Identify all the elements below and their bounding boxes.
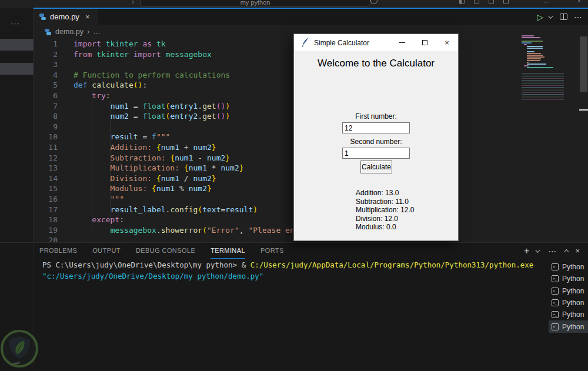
terminal-list-item[interactable]: >_Python <box>549 309 588 320</box>
calculator-title-bar[interactable]: Simple Calculator × <box>294 34 458 51</box>
line-number[interactable]: 10 <box>34 132 58 142</box>
terminal-list-item[interactable]: >_Python <box>549 297 588 309</box>
calculate-button[interactable]: Calculate <box>360 161 392 173</box>
calculator-minimize-button[interactable] <box>391 34 413 51</box>
editor-scrollbar <box>579 8 588 242</box>
breadcrumb-symbol[interactable]: … <box>93 28 101 36</box>
tk-feather-icon <box>301 38 309 48</box>
line-number[interactable]: 17 <box>34 205 58 215</box>
vscode-window: › my python × ··· demo.py × ▷ ⋯ <box>0 0 588 371</box>
forward-nav-icon[interactable]: › <box>132 0 134 6</box>
line-number[interactable]: 6 <box>34 91 58 101</box>
python-file-icon <box>39 13 46 21</box>
maximize-panel-icon[interactable] <box>564 249 569 254</box>
sidebar-more-icon[interactable]: ··· <box>11 19 20 28</box>
line-number[interactable]: 9 <box>34 122 58 132</box>
terminal-line: "c:/Users/judy/OneDrive/Desktop/my pytho… <box>42 270 533 282</box>
toggle-secondary-sidebar-icon[interactable] <box>489 0 494 4</box>
terminal-icon: >_ <box>552 311 559 318</box>
calculator-window-controls: × <box>391 34 458 51</box>
terminal-list-label: Python <box>562 299 584 307</box>
tab-label: demo.py <box>50 12 79 21</box>
terminal-icon: >_ <box>552 263 559 270</box>
second-number-label: Second number: <box>294 138 458 146</box>
calculator-close-button[interactable]: × <box>436 34 458 51</box>
terminal-list-item[interactable]: >_Python <box>549 285 588 297</box>
terminal-list-label: Python <box>562 275 584 283</box>
line-number[interactable]: 13 <box>34 163 58 173</box>
panel-tab-output[interactable]: OUTPUT <box>92 243 121 259</box>
calculator-maximize-button[interactable] <box>413 34 436 51</box>
panel-tab-problems[interactable]: PROBLEMS <box>39 243 77 259</box>
editor-tab-bar: demo.py × ▷ ⋯ <box>34 9 588 25</box>
line-number[interactable]: 18 <box>34 215 58 225</box>
toggle-panel-icon[interactable] <box>474 0 479 4</box>
close-panel-icon[interactable]: × <box>575 246 580 255</box>
account-icon[interactable] <box>370 0 377 4</box>
run-dropdown-icon[interactable] <box>548 14 553 18</box>
breadcrumb-separator: › <box>87 28 89 36</box>
line-number[interactable]: 14 <box>34 173 58 184</box>
terminal-icon: >_ <box>552 299 559 306</box>
line-number[interactable]: 4 <box>34 70 58 81</box>
line-number[interactable]: 16 <box>34 194 58 205</box>
calculator-heading: Welcome to the Calculator <box>294 58 458 69</box>
calculator-window-title: Simple Calculator <box>314 39 369 47</box>
line-number[interactable]: 19 <box>34 225 58 236</box>
panel-left-divider <box>34 243 34 371</box>
window-minimize-icon[interactable] <box>544 2 549 2</box>
terminal-list-label: Python <box>562 310 584 319</box>
panel-actions: + ⋯ × <box>524 243 580 259</box>
window-close-icon[interactable]: × <box>577 0 581 4</box>
toggle-sidebar-icon[interactable] <box>459 0 465 4</box>
terminal-list-label: Python <box>562 287 584 295</box>
panel-tab-terminal[interactable]: TERMINAL <box>211 243 245 259</box>
indent-guide <box>110 101 111 235</box>
run-python-file-icon[interactable]: ▷ <box>537 13 543 21</box>
python-file-icon <box>44 28 52 36</box>
terminal-icon: >_ <box>552 288 559 295</box>
minimap[interactable] <box>520 35 577 129</box>
line-number[interactable]: 11 <box>34 142 58 153</box>
tab-demo-py[interactable]: demo.py × <box>34 9 98 25</box>
line-number[interactable]: 12 <box>34 153 58 163</box>
panel-more-actions-icon[interactable]: ⋯ <box>548 248 556 254</box>
line-number[interactable]: 7 <box>34 101 58 112</box>
terminal-line: PS C:\Users\judy\OneDrive\Desktop\my pyt… <box>42 259 533 270</box>
terminal-list-label: Python <box>562 263 584 271</box>
line-number[interactable]: 8 <box>34 111 58 122</box>
split-editor-icon[interactable] <box>560 14 567 20</box>
calculator-results: Addition: 13.0 Subtraction: 11.0 Multipl… <box>356 189 414 232</box>
terminal-icon: >_ <box>552 275 559 282</box>
active-editor-accent-line <box>34 8 588 9</box>
scrollbar-thumb[interactable] <box>580 36 587 92</box>
line-number[interactable]: 5 <box>34 80 58 91</box>
terminal-output[interactable]: PS C:\Users\judy\OneDrive\Desktop\my pyt… <box>42 259 533 282</box>
second-number-input[interactable] <box>342 148 410 159</box>
line-number[interactable]: 15 <box>34 183 58 194</box>
line-number[interactable]: 20 <box>34 235 58 242</box>
panel-tab-debug-console[interactable]: DEBUG CONSOLE <box>136 243 195 259</box>
new-terminal-icon[interactable]: + <box>524 247 529 255</box>
line-number[interactable]: 3 <box>34 59 58 70</box>
tab-close-icon[interactable]: × <box>85 12 90 21</box>
line-number[interactable]: 1 <box>34 39 58 49</box>
title-bar: › my python × <box>0 0 588 8</box>
panel-tab-ports[interactable]: PORTS <box>260 243 284 259</box>
sidebar-row[interactable] <box>0 63 34 75</box>
terminal-icon: >_ <box>552 323 559 330</box>
terminal-list-item[interactable]: >_Python <box>549 261 588 273</box>
terminal-list-item[interactable]: >_Python <box>549 273 588 285</box>
customize-layout-icon[interactable] <box>503 0 509 4</box>
breadcrumb-file[interactable]: demo.py <box>55 28 83 36</box>
terminal-profile-dropdown-icon[interactable] <box>536 248 540 252</box>
sidebar-row[interactable] <box>0 39 34 51</box>
terminal-list-label: Python <box>562 323 584 331</box>
search-text: my python <box>240 0 270 6</box>
first-number-input[interactable] <box>342 122 410 133</box>
editor-actions: ▷ ⋯ <box>537 9 582 25</box>
line-number[interactable]: 2 <box>34 49 58 60</box>
command-center-search[interactable]: my python <box>140 0 370 7</box>
overview-cursor-marker <box>579 109 588 111</box>
terminal-list-item[interactable]: >_Python <box>549 320 588 332</box>
